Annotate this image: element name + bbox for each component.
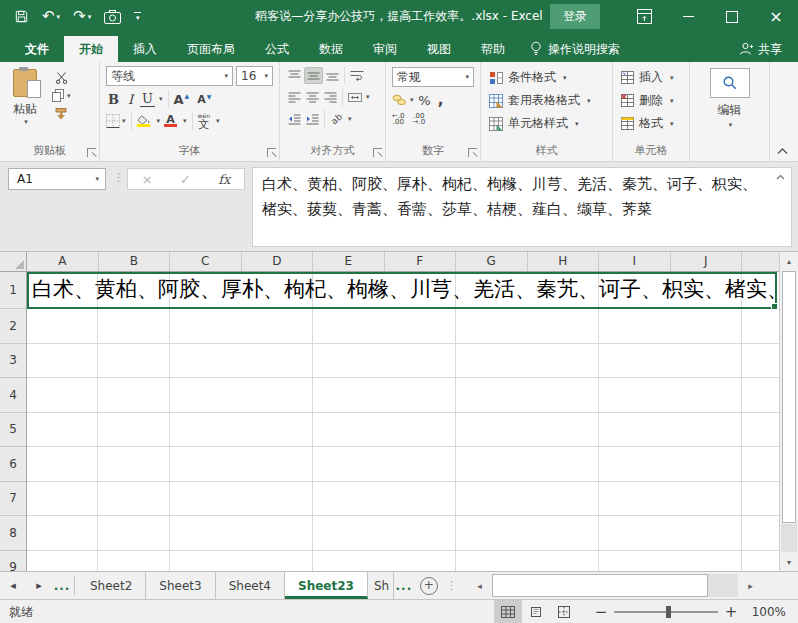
scroll-down-icon[interactable]: ▾ xyxy=(780,553,798,571)
column-header-B[interactable]: B xyxy=(99,252,171,271)
align-bottom-button[interactable] xyxy=(324,68,341,83)
italic-button[interactable]: I xyxy=(123,92,138,107)
maximize-button[interactable] xyxy=(710,0,754,33)
row-header-1[interactable]: 1 xyxy=(0,272,26,309)
sign-in-button[interactable]: 登录 xyxy=(550,4,600,29)
name-box-caret-icon[interactable]: ▾ xyxy=(95,175,99,183)
insert-function-icon[interactable]: fx xyxy=(218,172,230,187)
row-header-6[interactable]: 6 xyxy=(0,447,26,482)
column-header-F[interactable]: F xyxy=(385,252,457,271)
undo-button[interactable]: ↶▾ xyxy=(42,9,60,24)
row-header-9[interactable]: 9 xyxy=(0,551,26,572)
more-sheets-right[interactable]: ... xyxy=(394,572,414,599)
row-header-3[interactable]: 3 xyxy=(0,344,26,379)
grid-row-2[interactable] xyxy=(27,309,779,344)
camera-button[interactable] xyxy=(104,10,121,24)
decrease-indent-button[interactable] xyxy=(286,112,303,127)
fill-color-button[interactable] xyxy=(137,115,151,127)
formula-input[interactable]: 白术、黄柏、阿胶、厚朴、枸杞、枸橼、川芎、羌活、秦艽、诃子、枳实、楮实、菝葜、青… xyxy=(252,167,792,247)
orientation-button[interactable]: ab xyxy=(328,112,345,127)
sheet-tab-Sheet4[interactable]: Sheet4 xyxy=(216,572,285,599)
column-header-C[interactable]: C xyxy=(170,252,242,271)
sheet-tab-Sh[interactable]: Sh xyxy=(368,572,394,599)
copy-button[interactable]: ▾ xyxy=(52,89,71,102)
delete-cells-button[interactable]: 删除▾ xyxy=(613,90,689,111)
cancel-icon[interactable]: × xyxy=(142,172,153,187)
normal-view-button[interactable] xyxy=(494,600,522,623)
row-header-4[interactable]: 4 xyxy=(0,378,26,413)
font-color-button[interactable]: A xyxy=(164,115,177,127)
column-header-A[interactable]: A xyxy=(27,252,99,271)
number-format-select[interactable]: 常规▾ xyxy=(392,67,474,87)
grid-row-7[interactable] xyxy=(27,482,779,517)
customize-qat-button[interactable]: ▾ xyxy=(134,12,141,22)
scroll-left-icon[interactable]: ◂ xyxy=(467,572,492,599)
column-header-E[interactable]: E xyxy=(313,252,385,271)
editing-button[interactable]: 编辑 ▾ xyxy=(690,62,769,129)
bold-button[interactable]: B xyxy=(106,92,121,107)
grid-row-5[interactable] xyxy=(27,413,779,448)
sheet-tab-Sheet3[interactable]: Sheet3 xyxy=(146,572,215,599)
column-header-G[interactable]: G xyxy=(456,252,528,271)
page-layout-view-button[interactable] xyxy=(522,600,550,623)
number-dialog-launcher[interactable] xyxy=(468,148,477,157)
ribbon-display-options-button[interactable] xyxy=(622,0,666,33)
sheet-nav-right-icon[interactable]: ▸ xyxy=(26,572,52,599)
name-box[interactable]: A1 ▾ xyxy=(8,168,106,190)
percent-style-button[interactable]: % xyxy=(417,93,433,108)
increase-indent-button[interactable] xyxy=(304,112,321,127)
phonetic-guide-button[interactable]: wén 文 xyxy=(198,113,210,130)
vertical-scroll-thumb[interactable] xyxy=(782,271,796,523)
redo-caret-icon[interactable]: ▾ xyxy=(88,13,92,21)
insert-cells-button[interactable]: 插入▾ xyxy=(613,67,689,88)
tell-me-search[interactable]: 操作说明搜索 xyxy=(530,36,620,62)
decrease-font-button[interactable]: A▼ xyxy=(197,93,211,106)
align-middle-button[interactable] xyxy=(304,67,323,84)
zoom-in-icon[interactable]: + xyxy=(722,603,740,621)
column-header-D[interactable]: D xyxy=(242,252,314,271)
align-center-button[interactable] xyxy=(304,90,321,105)
redo-button[interactable]: ↷▾ xyxy=(73,9,91,24)
borders-button[interactable]: ▾ xyxy=(106,114,126,128)
horizontal-scroll-thumb[interactable] xyxy=(492,574,708,597)
accounting-format-button[interactable]: ▾ xyxy=(392,94,414,106)
scroll-right-icon[interactable]: ▸ xyxy=(738,572,763,599)
align-right-button[interactable] xyxy=(322,90,339,105)
scroll-up-icon[interactable]: ▴ xyxy=(780,252,798,270)
row-header-8[interactable]: 8 xyxy=(0,516,26,551)
font-dialog-launcher[interactable] xyxy=(267,148,276,157)
grid-row-8[interactable] xyxy=(27,516,779,551)
grid-row-1[interactable]: 白术、黄柏、阿胶、厚朴、枸杞、枸橼、川芎、羌活、秦艽、诃子、枳实、楮实、菝葜、青… xyxy=(27,272,779,309)
more-sheets-left[interactable]: ... xyxy=(52,572,72,599)
grid-row-6[interactable] xyxy=(27,447,779,482)
sheet-nav-left-icon[interactable]: ◂ xyxy=(0,572,26,599)
zoom-slider-thumb[interactable] xyxy=(666,606,671,618)
save-button[interactable] xyxy=(14,9,29,24)
wrap-text-button[interactable] xyxy=(348,68,365,83)
vertical-scrollbar[interactable]: ▴ ▾ xyxy=(779,252,798,571)
font-name-select[interactable]: 等线▾ xyxy=(106,66,233,86)
enter-icon[interactable]: ✓ xyxy=(180,172,191,187)
grid-row-4[interactable] xyxy=(27,378,779,413)
row-header-2[interactable]: 2 xyxy=(0,309,26,344)
share-button[interactable]: 共享 xyxy=(739,36,798,62)
zoom-out-icon[interactable]: − xyxy=(592,603,610,621)
decrease-decimal-button[interactable]: .00 →.0 xyxy=(413,113,426,125)
collapse-ribbon-button[interactable] xyxy=(777,148,788,155)
ribbon-tab-开始[interactable]: 开始 xyxy=(64,36,118,62)
zoom-level[interactable]: 100% xyxy=(740,605,798,619)
conditional-formatting-button[interactable]: 条件格式▾ xyxy=(481,67,612,88)
column-header-J[interactable]: J xyxy=(671,252,743,271)
align-top-button[interactable] xyxy=(286,68,303,83)
underline-button[interactable]: U xyxy=(140,91,155,107)
ribbon-tab-视图[interactable]: 视图 xyxy=(412,36,466,62)
cut-button[interactable] xyxy=(52,71,71,84)
increase-font-button[interactable]: A▲ xyxy=(174,92,190,107)
cells-area[interactable]: 白术、黄柏、阿胶、厚朴、枸杞、枸橼、川芎、羌活、秦艽、诃子、枳实、楮实、菝葜、青… xyxy=(27,272,779,571)
sheet-tab-Sheet2[interactable]: Sheet2 xyxy=(77,572,146,599)
row-headers[interactable]: 123456789 xyxy=(0,272,27,571)
ribbon-tab-审阅[interactable]: 审阅 xyxy=(358,36,412,62)
sheet-tab-Sheet23[interactable]: Sheet23 xyxy=(285,572,368,599)
horizontal-scrollbar[interactable]: ◂ ▸ xyxy=(467,572,798,599)
format-as-table-button[interactable]: 套用表格格式▾ xyxy=(481,90,612,111)
